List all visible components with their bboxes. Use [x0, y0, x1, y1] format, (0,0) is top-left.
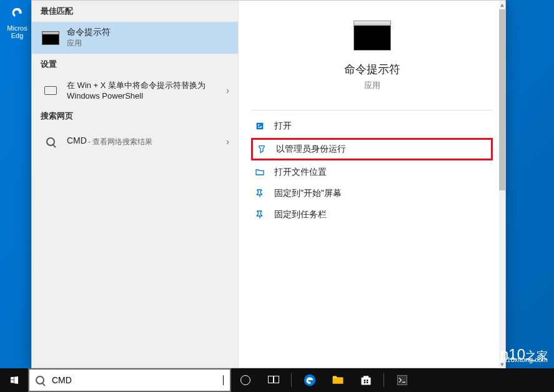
taskbar-search-box[interactable]	[28, 368, 231, 392]
svg-rect-1	[364, 380, 365, 381]
taskbar-running-app[interactable]	[388, 368, 416, 392]
highlight-annotation: 以管理员身份运行	[251, 138, 493, 160]
preview-title: 命令提示符	[245, 62, 499, 77]
taskbar-separator	[291, 373, 292, 387]
search-preview-pane: 命令提示符 应用 打开 以管理员身份运行 打开文件位置	[238, 1, 505, 368]
folder-icon	[254, 167, 265, 178]
section-web: 搜索网页	[32, 105, 238, 127]
app-icon	[396, 374, 408, 386]
watermark-url: www.win10xitong.com	[480, 356, 548, 363]
preview-cmd-icon	[354, 21, 391, 51]
text-cursor	[223, 375, 224, 385]
action-label: 固定到任务栏	[274, 209, 327, 220]
result-settings-winx[interactable]: 在 Win + X 菜单中将命令提示符替换为 Windows PowerShel…	[32, 75, 238, 105]
preview-sub: 应用	[245, 80, 499, 91]
windows-logo-icon	[459, 345, 478, 364]
scroll-up-button[interactable]: ▲	[499, 1, 505, 9]
action-run-as-admin[interactable]: 以管理员身份运行	[253, 140, 491, 159]
action-open[interactable]: 打开	[245, 115, 499, 137]
result-web-cmd[interactable]: CMD - 查看网络搜索结果 ›	[32, 127, 238, 157]
action-pin-to-taskbar[interactable]: 固定到任务栏	[245, 204, 499, 225]
desktop-icon-edge[interactable]: Micros Edg	[3, 3, 31, 39]
cortana-icon	[240, 375, 250, 385]
search-results-list: 最佳匹配 命令提示符 应用 设置 在 Win + X 菜单中将命令提示符替换为 …	[32, 1, 238, 368]
taskbar-pinned-edge[interactable]	[295, 368, 324, 392]
chevron-right-icon: ›	[226, 86, 229, 96]
folder-icon	[331, 373, 345, 387]
divider	[251, 110, 493, 110]
taskbar-pinned-store[interactable]	[352, 368, 380, 392]
result-title: 在 Win + X 菜单中将命令提示符替换为 Windows PowerShel…	[67, 80, 226, 100]
result-sub: 应用	[67, 38, 229, 49]
admin-icon	[256, 144, 267, 155]
search-icon	[41, 132, 61, 152]
desktop-icon-label: Micros Edg	[7, 24, 27, 39]
edge-icon	[303, 373, 317, 387]
result-sub: - 查看网络搜索结果	[88, 135, 152, 148]
task-view-button[interactable]	[259, 368, 287, 392]
action-label: 固定到"开始"屏幕	[274, 188, 342, 199]
svg-rect-5	[397, 376, 407, 385]
result-title: 命令提示符	[67, 27, 229, 38]
action-open-file-location[interactable]: 打开文件位置	[245, 162, 499, 183]
action-label: 打开	[274, 120, 292, 132]
section-best-match: 最佳匹配	[32, 1, 238, 22]
result-cmd-app[interactable]: 命令提示符 应用	[32, 22, 238, 54]
taskbar	[0, 368, 554, 392]
section-settings: 设置	[32, 54, 238, 75]
chevron-right-icon: ›	[226, 137, 229, 147]
taskbar-separator	[383, 373, 384, 387]
open-icon	[254, 120, 265, 132]
taskview-icon	[268, 376, 279, 385]
pin-icon	[254, 188, 265, 199]
start-button[interactable]	[0, 368, 28, 392]
search-icon	[36, 376, 44, 385]
svg-rect-2	[366, 380, 368, 381]
store-icon	[360, 374, 372, 386]
edge-icon	[7, 3, 27, 23]
action-label: 以管理员身份运行	[276, 144, 346, 155]
action-pin-to-start[interactable]: 固定到"开始"屏幕	[245, 183, 499, 204]
windows-logo-icon	[9, 375, 19, 385]
svg-rect-4	[366, 382, 368, 384]
search-input[interactable]	[52, 375, 223, 385]
scroll-track[interactable]	[499, 9, 505, 360]
taskbar-pinned-explorer[interactable]	[324, 368, 352, 392]
cmd-icon	[41, 28, 61, 48]
scroll-thumb[interactable]	[499, 9, 505, 190]
action-label: 打开文件位置	[274, 167, 327, 178]
result-title: CMD	[67, 135, 87, 148]
scrollbar[interactable]: ▲ ▼	[499, 1, 505, 369]
start-search-panel: 最佳匹配 命令提示符 应用 设置 在 Win + X 菜单中将命令提示符替换为 …	[31, 0, 506, 368]
monitor-icon	[41, 81, 61, 100]
svg-rect-3	[364, 382, 365, 384]
cortana-button[interactable]	[231, 368, 259, 392]
pin-icon	[254, 209, 265, 220]
